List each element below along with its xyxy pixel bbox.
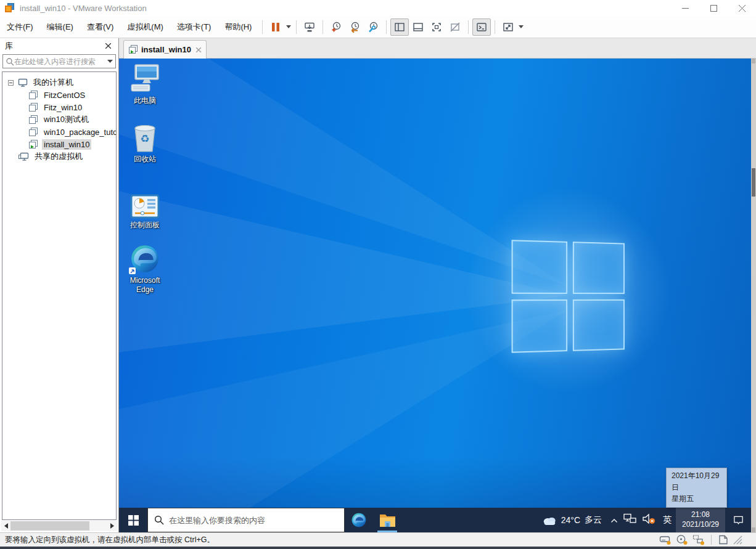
status-separator bbox=[711, 535, 712, 545]
tree-label: win10_package_tutoria bbox=[42, 127, 116, 137]
tab-close-button[interactable] bbox=[196, 47, 201, 52]
computer-icon bbox=[18, 78, 28, 87]
scrollbar-thumb[interactable] bbox=[10, 521, 89, 531]
tree-item-vm[interactable]: win10测试机 bbox=[2, 113, 116, 126]
tree-item-vm[interactable]: FitzCentOS bbox=[2, 89, 116, 101]
tree-item-vm[interactable]: win10_package_tutoria bbox=[2, 126, 116, 138]
vm-vertical-scrollbar[interactable] bbox=[751, 59, 756, 532]
hard-disk-status-icon[interactable] bbox=[659, 534, 672, 545]
toolbar-separator bbox=[323, 20, 323, 34]
ime-indicator[interactable]: 英 bbox=[661, 514, 673, 526]
send-ctrl-alt-del-button[interactable] bbox=[300, 18, 319, 36]
network-adapter-status-icon[interactable] bbox=[692, 534, 705, 545]
start-button[interactable] bbox=[119, 508, 147, 532]
tree-item-vm[interactable]: Fitz_win10 bbox=[2, 101, 116, 113]
desktop-icon-control-panel[interactable]: 控制面板 bbox=[120, 188, 170, 230]
clock-date-tooltip: 2021年10月29日 星期五 bbox=[666, 468, 727, 508]
hidden-icons-chevron[interactable] bbox=[610, 514, 618, 526]
action-center-button[interactable] bbox=[725, 508, 751, 532]
menu-help[interactable]: 帮助(H) bbox=[218, 16, 258, 38]
toolbar-separator bbox=[262, 20, 263, 34]
collapse-icon[interactable] bbox=[8, 80, 14, 86]
toolbar-separator bbox=[386, 20, 387, 34]
taskbar-search-input[interactable] bbox=[169, 516, 338, 525]
resize-grip[interactable] bbox=[733, 535, 742, 545]
scroll-left-arrow-icon[interactable] bbox=[1, 521, 10, 531]
show-thumbnail-bar-button[interactable] bbox=[409, 18, 427, 36]
library-panel-icon bbox=[393, 21, 406, 33]
vm-console-screen[interactable]: 此电脑 ♻ 回收站 控制面板 bbox=[119, 59, 751, 532]
search-icon bbox=[6, 57, 14, 66]
windows-logo-wallpaper bbox=[512, 240, 625, 353]
sidebar-horizontal-scrollbar[interactable] bbox=[1, 521, 117, 531]
vm-running-icon bbox=[129, 45, 138, 54]
library-close-button[interactable] bbox=[102, 41, 113, 52]
tab-label: install_win10 bbox=[141, 45, 191, 54]
unity-mode-button[interactable] bbox=[446, 18, 464, 36]
windows-taskbar: 24°C 多云 bbox=[119, 508, 751, 532]
ctrl-alt-del-icon bbox=[303, 21, 316, 33]
taskbar-edge-button[interactable] bbox=[345, 508, 373, 532]
suspend-vm-button[interactable] bbox=[266, 18, 285, 36]
cd-rom-status-icon[interactable] bbox=[676, 534, 688, 545]
device-status-icons bbox=[659, 534, 751, 545]
scroll-up-arrow[interactable] bbox=[752, 59, 755, 63]
show-library-button[interactable] bbox=[390, 18, 409, 36]
console-view-button[interactable] bbox=[472, 18, 491, 36]
desktop-icon-recycle-bin[interactable]: ♻ 回收站 bbox=[120, 122, 170, 164]
toolbar-separator bbox=[468, 20, 469, 34]
tree-item-vm-selected[interactable]: install_win10 bbox=[2, 138, 116, 150]
vm-tree: 我的计算机 FitzCentOS Fitz_win10 win10测试机 win… bbox=[2, 71, 117, 520]
menu-edit[interactable]: 编辑(E) bbox=[40, 16, 80, 38]
menu-toolbar: 文件(F) 编辑(E) 查看(V) 虚拟机(M) 选项卡(T) 帮助(H) bbox=[0, 16, 756, 38]
vm-running-icon bbox=[29, 140, 38, 149]
window-controls bbox=[671, 0, 756, 16]
suspend-dropdown[interactable] bbox=[285, 18, 292, 36]
menu-view[interactable]: 查看(V) bbox=[80, 16, 120, 38]
taskbar-file-explorer-button[interactable] bbox=[373, 508, 401, 532]
fullscreen-button[interactable] bbox=[427, 18, 446, 36]
free-stretch-button[interactable] bbox=[499, 18, 517, 36]
revert-snapshot-button[interactable] bbox=[345, 18, 364, 36]
scrollbar-thumb[interactable] bbox=[752, 168, 755, 197]
desktop-icon-label: 控制面板 bbox=[120, 221, 170, 230]
chevron-down-icon[interactable] bbox=[107, 60, 113, 63]
maximize-button[interactable] bbox=[699, 0, 728, 16]
take-snapshot-button[interactable] bbox=[327, 18, 345, 36]
close-button[interactable] bbox=[728, 0, 756, 16]
menu-vm[interactable]: 虚拟机(M) bbox=[120, 16, 170, 38]
tab-install-win10[interactable]: install_win10 bbox=[123, 40, 207, 59]
fullscreen-icon bbox=[430, 21, 443, 33]
menu-tabs[interactable]: 选项卡(T) bbox=[170, 16, 218, 38]
minimize-button[interactable] bbox=[671, 0, 699, 16]
taskbar-weather-widget[interactable]: 24°C 多云 bbox=[536, 508, 608, 532]
scroll-right-arrow-icon[interactable] bbox=[108, 521, 117, 531]
library-search-input[interactable] bbox=[14, 57, 107, 66]
message-log-icon[interactable] bbox=[718, 534, 729, 545]
pause-icon bbox=[269, 21, 282, 33]
manage-snapshots-button[interactable] bbox=[364, 18, 382, 36]
desktop-icon-microsoft-edge[interactable]: Microsoft Edge bbox=[120, 243, 170, 295]
vmware-logo-icon bbox=[5, 3, 15, 13]
close-icon bbox=[196, 47, 201, 52]
desktop-icon-this-pc[interactable]: 此电脑 bbox=[120, 63, 170, 105]
tooltip-date: 2021年10月29日 bbox=[672, 470, 721, 493]
network-tray-icon[interactable] bbox=[623, 513, 636, 527]
library-search-box bbox=[2, 54, 116, 68]
tree-item-shared-vms[interactable]: 共享的虚拟机 bbox=[2, 150, 116, 163]
volume-muted-icon[interactable] bbox=[642, 513, 655, 527]
taskbar-clock[interactable]: 21:08 2021/10/29 bbox=[676, 508, 725, 532]
desktop-icon-label: 回收站 bbox=[120, 155, 170, 164]
search-icon bbox=[154, 515, 164, 525]
scroll-down-arrow[interactable] bbox=[752, 527, 755, 532]
menu-file[interactable]: 文件(F) bbox=[0, 16, 40, 38]
thumbnail-bar-icon bbox=[412, 21, 424, 33]
taskbar-tray-area: 24°C 多云 bbox=[536, 508, 751, 532]
tray-icons: 英 bbox=[608, 508, 676, 532]
status-message: 要将输入定向到该虚拟机，请在虚拟机内部单击或按 Ctrl+G。 bbox=[5, 535, 215, 545]
cloud-weather-icon bbox=[542, 515, 557, 526]
close-icon bbox=[105, 43, 111, 49]
vm-icon bbox=[29, 128, 38, 137]
stretch-dropdown[interactable] bbox=[517, 18, 525, 36]
tree-item-my-computer[interactable]: 我的计算机 bbox=[2, 76, 116, 89]
